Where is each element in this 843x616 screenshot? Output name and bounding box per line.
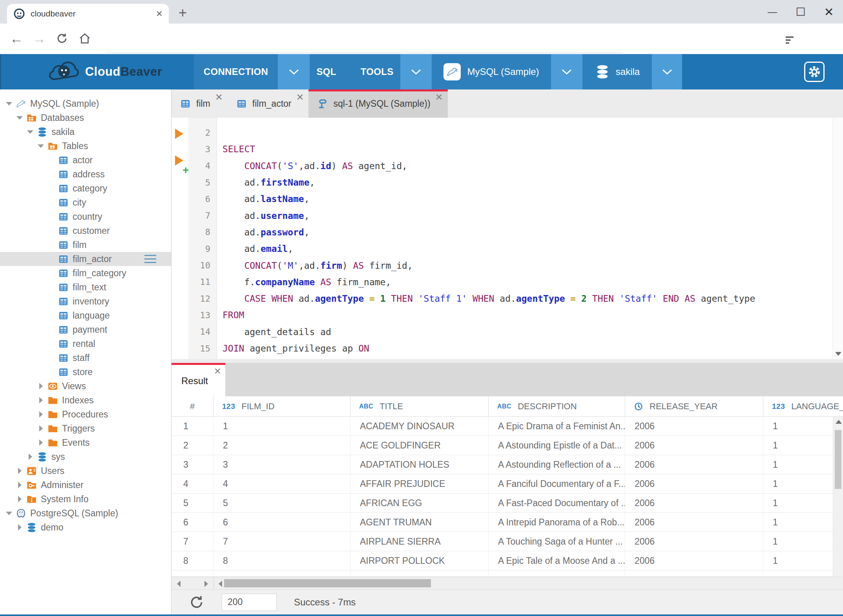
window-close-button[interactable]: ✕ [815, 0, 843, 24]
back-icon[interactable]: ← [7, 29, 26, 48]
tree-item-actor[interactable]: actor [0, 153, 171, 167]
grid-cell[interactable]: 2 [213, 436, 350, 455]
code-line-15[interactable]: 15JOIN agent_privileges ap ON [188, 340, 833, 357]
new-tab-button[interactable]: + [179, 5, 187, 21]
grid-cell[interactable]: AIRPLANE SIERRA [350, 532, 489, 551]
expand-down-icon[interactable] [36, 144, 45, 148]
expand-right-icon[interactable] [36, 383, 45, 389]
grid-cell[interactable]: A Epic Tale of a Moose And a ... [489, 551, 625, 570]
grid-cell[interactable]: 1 [763, 474, 843, 493]
column-header--[interactable]: # [172, 396, 213, 416]
code-line-12[interactable]: 12 CASE WHEN ad.agentType = 1 THEN 'Staf… [188, 290, 833, 307]
tree-item-sys[interactable]: sys [0, 450, 171, 464]
column-header-description[interactable]: ABCDESCRIPTION [489, 396, 625, 416]
code-line-10[interactable]: 10 CONCAT('M',ad.firm) AS firm_id, [188, 257, 833, 273]
menu-connection-dropdown[interactable] [278, 54, 310, 89]
tree-item-film-actor[interactable]: film_actor [0, 252, 171, 266]
code-line-4[interactable]: 4 CONCAT('S',ad.id) AS agent_id, [188, 158, 833, 174]
grid-cell[interactable]: 1 [172, 417, 213, 436]
editor-tab-film-actor[interactable]: film_actor✕ [228, 89, 309, 118]
expand-down-icon[interactable] [15, 116, 24, 120]
tree-item-users[interactable]: Users [0, 464, 171, 478]
grid-cell[interactable]: A Touching Saga of a Hunter ... [489, 532, 625, 551]
tree-item-procedures[interactable]: Procedures [0, 407, 171, 421]
grid-horizontal-scrollbar[interactable] [172, 577, 843, 589]
home-icon[interactable] [75, 29, 94, 48]
code-line-13[interactable]: 13FROM [188, 307, 833, 323]
code-line-11[interactable]: 11 f.companyName AS firm_name, [188, 274, 833, 290]
expand-down-icon[interactable] [5, 512, 13, 515]
grid-scrollbar-thumb[interactable] [835, 430, 841, 489]
editor-tab-sql-1-mysql-sample-[interactable]: sql-1 (MySQL (Sample))✕ [308, 89, 447, 118]
tree-item-databases[interactable]: Databases [0, 111, 171, 125]
grid-cell[interactable]: AIRPORT POLLOCK [350, 551, 489, 570]
reload-icon[interactable] [53, 29, 71, 48]
row-limit-input[interactable] [222, 594, 277, 611]
tree-item-views[interactable]: Views [0, 379, 171, 393]
grid-cell[interactable]: 6 [172, 513, 213, 532]
grid-cell[interactable]: ACADEMY DINOSAUR [350, 417, 489, 436]
grid-cell[interactable]: AFRICAN EGG [350, 494, 489, 512]
grid-cell[interactable]: A Fanciful Documentary of a F... [489, 474, 625, 493]
column-header-title[interactable]: ABCTITLE [350, 396, 489, 416]
connection-dropdown[interactable] [551, 54, 582, 89]
horizontal-scrollbar-thumb[interactable] [224, 579, 431, 587]
tree-item-menu-icon[interactable] [144, 254, 157, 264]
database-dropdown[interactable] [652, 54, 682, 89]
code-line-8[interactable]: 8 ad.password, [188, 224, 833, 241]
expand-down-icon[interactable] [5, 102, 13, 106]
grid-cell[interactable]: 1 [763, 532, 843, 551]
grid-row-7[interactable]: 77AIRPLANE SIERRAA Touching Saga of a Hu… [172, 532, 843, 551]
grid-cell[interactable]: 7 [213, 532, 350, 551]
grid-cell[interactable]: A Epic Drama of a Feminist An... [489, 417, 625, 436]
scroll-down-arrow-icon[interactable] [835, 352, 841, 356]
browser-tab[interactable]: cloudbeaver × [7, 4, 169, 24]
expand-right-icon[interactable] [15, 496, 24, 502]
tree-item-staff[interactable]: staff [0, 351, 171, 365]
tree-item-store[interactable]: store [0, 365, 171, 379]
grid-cell[interactable]: 1 [763, 455, 843, 474]
grid-cell[interactable]: AGENT TRUMAN [350, 513, 489, 532]
grid-cell[interactable]: A Astounding Epistle of a Dat... [489, 436, 625, 455]
editor-tab-close-icon[interactable]: ✕ [215, 92, 223, 103]
result-tab[interactable]: Result ✕ [172, 363, 225, 396]
editor-tab-film[interactable]: film✕ [172, 89, 228, 118]
grid-cell[interactable]: 3 [172, 455, 213, 474]
execute-query-button[interactable] [175, 129, 183, 139]
scroll-up-arrow-icon[interactable] [836, 420, 842, 424]
code-line-5[interactable]: 5 ad.firstName, [188, 174, 833, 191]
grid-cell[interactable]: 5 [213, 494, 350, 512]
column-header-release-year[interactable]: RELEASE_YEAR [625, 396, 763, 416]
refresh-icon[interactable] [189, 594, 204, 610]
scroll-left-arrow-icon[interactable] [219, 581, 222, 587]
grid-cell[interactable]: 2006 [625, 532, 763, 551]
code-line-7[interactable]: 7 ad.username, [188, 207, 833, 224]
menu-tools[interactable]: TOOLS [361, 66, 394, 77]
scroll-left-arrow-icon[interactable] [177, 581, 181, 587]
expand-down-icon[interactable] [26, 130, 35, 134]
menu-tools-dropdown[interactable] [400, 54, 432, 89]
editor-tab-close-icon[interactable]: ✕ [435, 92, 443, 103]
code-line-2[interactable]: 2 [188, 124, 833, 141]
tree-item-indexes[interactable]: Indexes [0, 393, 171, 407]
grid-row-8[interactable]: 88AIRPORT POLLOCKA Epic Tale of a Moose … [172, 551, 843, 570]
grid-row-1[interactable]: 11ACADEMY DINOSAURA Epic Drama of a Femi… [172, 417, 843, 436]
grid-row-5[interactable]: 55AFRICAN EGGA Fast-Paced Documentary of… [172, 494, 843, 513]
reading-list-icon[interactable] [780, 31, 799, 49]
tree-item-film[interactable]: film [0, 238, 171, 252]
grid-cell[interactable]: 1 [213, 417, 350, 436]
tree-item-demo[interactable]: demo [0, 520, 171, 534]
grid-cell[interactable]: 5 [172, 494, 213, 512]
grid-row-4[interactable]: 44AFFAIR PREJUDICEA Fanciful Documentary… [172, 474, 843, 494]
grid-vertical-scrollbar[interactable] [833, 417, 843, 577]
tree-item-payment[interactable]: payment [0, 323, 171, 337]
expand-right-icon[interactable] [15, 482, 24, 488]
result-tab-close-icon[interactable]: ✕ [214, 366, 221, 377]
grid-cell[interactable]: 4 [213, 474, 350, 493]
grid-cell[interactable]: 1 [763, 551, 843, 570]
expand-right-icon[interactable] [26, 454, 35, 460]
grid-row-2[interactable]: 22ACE GOLDFINGERA Astounding Epistle of … [172, 436, 843, 455]
grid-row-3[interactable]: 33ADAPTATION HOLESA Astounding Reflectio… [172, 455, 843, 474]
window-minimize-button[interactable]: — [758, 0, 786, 24]
grid-cell[interactable]: 1 [763, 513, 843, 532]
